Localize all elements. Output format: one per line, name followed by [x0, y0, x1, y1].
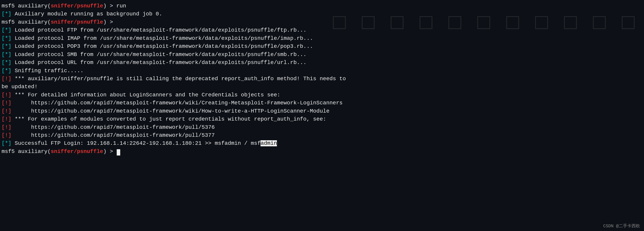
- info-tag: [*]: [2, 43, 11, 49]
- line-text: Auxiliary module running as background j…: [11, 11, 162, 17]
- prompt-text: msf5 auxiliary(: [2, 148, 51, 154]
- info-tag: [*]: [2, 60, 11, 66]
- watermark-text: CSDN @二手卡西欧: [603, 223, 640, 230]
- prompt-suffix: ) >: [103, 148, 116, 154]
- line-text: *** auxiliary/sniffer/psnuffle is still …: [11, 76, 346, 82]
- cursor-block: [117, 149, 120, 156]
- warn-tag: [!]: [2, 116, 11, 122]
- terminal-line: [!] *** auxiliary/sniffer/psnuffle is st…: [2, 75, 642, 83]
- terminal-line: [*] Loaded protocol URL from /usr/share/…: [2, 58, 642, 66]
- info-tag: [*]: [2, 140, 11, 146]
- terminal-line: [!] *** For examples of modules converte…: [2, 115, 642, 123]
- warn-tag: [!]: [2, 132, 11, 138]
- line-text: Loaded protocol SMB from /usr/share/meta…: [11, 52, 306, 58]
- line-text: Successful FTP Login: 192.168.1.14:22642…: [11, 140, 260, 146]
- info-tag: [*]: [2, 11, 11, 17]
- module-name: sniffer/psnuffle: [51, 19, 103, 25]
- line-text: https://github.com/rapid7/metasploit-fra…: [11, 100, 342, 106]
- warn-tag: [!]: [2, 76, 11, 82]
- prompt-suffix: ) > run: [103, 3, 126, 9]
- terminal-line: [!] https://github.com/rapid7/metasploit…: [2, 131, 642, 139]
- info-tag: [*]: [2, 35, 11, 41]
- terminal-line: [!] https://github.com/rapid7/metasploit…: [2, 107, 642, 115]
- terminal-line: [!] https://github.com/rapid7/metasploit…: [2, 123, 642, 131]
- line-text: https://github.com/rapid7/metasploit-fra…: [11, 108, 330, 114]
- terminal-line: [*] Loaded protocol SMB from /usr/share/…: [2, 50, 642, 58]
- info-tag: [*]: [2, 52, 11, 58]
- line-text: Sniffing traffic.....: [11, 68, 84, 74]
- line-text: https://github.com/rapid7/metasploit-fra…: [11, 124, 215, 130]
- terminal-line: [*] Successful FTP Login: 192.168.1.14:2…: [2, 139, 642, 147]
- line-text: be updated!: [2, 84, 38, 90]
- prompt-text: msf5 auxiliary(: [2, 19, 51, 25]
- prompt-text: msf5 auxiliary(: [2, 3, 51, 9]
- module-name: sniffer/psnuffle: [51, 148, 103, 154]
- line-text: Loaded protocol URL from /usr/share/meta…: [11, 60, 306, 66]
- prompt-suffix: ) >: [103, 19, 113, 25]
- line-text: Loaded protocol FTP from /usr/share/meta…: [11, 27, 306, 33]
- line-text: *** For detailed information about Login…: [11, 92, 280, 98]
- terminal-line: [*] Loaded protocol FTP from /usr/share/…: [2, 26, 642, 34]
- warn-tag: [!]: [2, 92, 11, 98]
- terminal-line: be updated!: [2, 83, 642, 91]
- terminal-line: msf5 auxiliary(sniffer/psnuffle) >: [2, 18, 642, 26]
- info-tag: [*]: [2, 27, 11, 33]
- line-text: Loaded protocol IMAP from /usr/share/met…: [11, 35, 313, 41]
- terminal-line: [*] Auxiliary module running as backgrou…: [2, 10, 642, 18]
- terminal-prompt-line[interactable]: msf5 auxiliary(sniffer/psnuffle) >: [2, 148, 642, 156]
- highlighted-text: admin: [260, 140, 277, 146]
- terminal-line: msf5 auxiliary(sniffer/psnuffle) > run: [2, 2, 642, 10]
- terminal-line: [*] Loaded protocol IMAP from /usr/share…: [2, 34, 642, 42]
- terminal-window: □ □ □ □ □ □ □ □ □ □ □ msf5 auxiliary(sni…: [0, 0, 644, 231]
- warn-tag: [!]: [2, 124, 11, 130]
- line-text: Loaded protocol POP3 from /usr/share/met…: [11, 43, 313, 49]
- terminal-line: [!] https://github.com/rapid7/metasploit…: [2, 99, 642, 107]
- terminal-line: [*] Sniffing traffic.....: [2, 67, 642, 75]
- info-tag: [*]: [2, 68, 11, 74]
- warn-tag: [!]: [2, 108, 11, 114]
- line-text: *** For examples of modules converted to…: [11, 116, 326, 122]
- module-name: sniffer/psnuffle: [51, 3, 103, 9]
- warn-tag: [!]: [2, 100, 11, 106]
- terminal-line: [!] *** For detailed information about L…: [2, 91, 642, 99]
- terminal-line: [*] Loaded protocol POP3 from /usr/share…: [2, 42, 642, 50]
- line-text: https://github.com/rapid7/metasploit-fra…: [11, 132, 215, 138]
